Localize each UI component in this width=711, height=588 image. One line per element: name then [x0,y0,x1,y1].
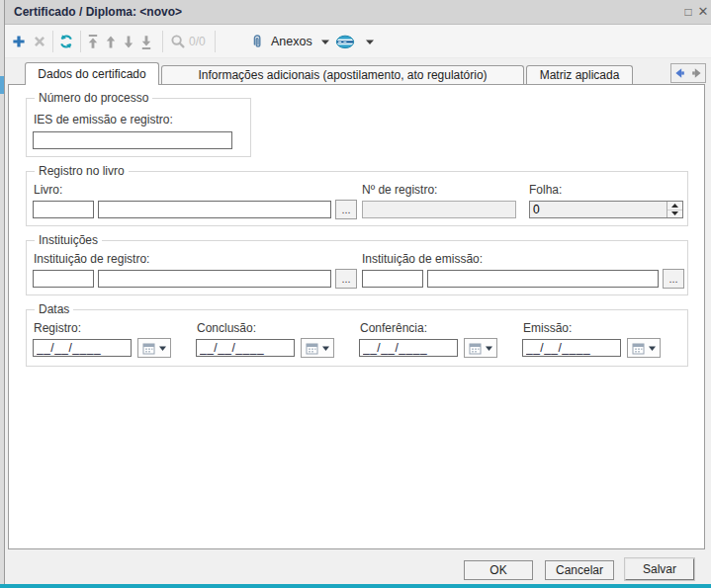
delete-button[interactable] [33,34,46,49]
data-emissao-input[interactable] [522,339,621,357]
search-button[interactable] [170,34,186,49]
record-counter: 0/0 [189,34,206,49]
salvar-button[interactable]: Salvar [625,558,694,580]
livro-label: Livro: [34,183,62,197]
data-registro-input[interactable] [33,339,132,357]
tab-scroll-buttons [670,63,706,83]
toolbar-separator [215,31,216,52]
data-emissao-calendar-button[interactable] [627,338,661,358]
tab-scroll-left-button[interactable] [674,67,685,79]
arrow-up-bar-icon [87,35,99,49]
toolbar-separator [80,31,81,52]
group-legend: Datas [35,302,73,316]
tab-matriz-aplicada[interactable]: Matriz aplicada [526,65,633,84]
calendar-icon [142,342,155,355]
background-window-edge [0,0,5,588]
data-emissao-label: Emissão: [523,321,572,335]
instituicao-emissao-browse-button[interactable]: ... [663,269,684,289]
anexos-button[interactable]: Anexos [251,34,329,49]
anexos-label: Anexos [271,35,312,48]
group-registro-no-livro: Registro no livro Livro: ... Nº de regis… [26,171,688,226]
refresh-icon [58,34,74,49]
move-first-button[interactable] [87,34,99,49]
spin-up-button[interactable] [667,202,682,210]
livro-codigo-input[interactable] [33,201,94,218]
triangle-down-icon [671,211,678,215]
group-datas: Datas Registro: Conclusão: Conferência: … [26,309,688,367]
livro-descricao-input[interactable] [98,201,331,218]
livro-browse-button[interactable]: ... [335,200,357,219]
plus-icon [11,34,27,49]
instituicao-registro-label: Instituição de registro: [34,252,149,266]
data-registro-calendar-button[interactable] [137,338,171,358]
instituicao-emissao-label: Instituição de emissão: [362,252,483,266]
num-registro-input [362,201,516,218]
x-icon [33,35,46,48]
print-button[interactable] [335,34,374,49]
arrow-left-icon [674,67,685,79]
move-down-button[interactable] [123,34,134,49]
toolbar-separator [162,31,163,52]
caret-down-icon [649,346,656,351]
search-icon [170,34,186,49]
group-numero-do-processo: Número do processo IES de emissão e regi… [26,98,251,157]
instituicao-registro-codigo-input[interactable] [33,270,94,288]
move-up-button[interactable] [105,34,117,49]
group-legend: Registro no livro [35,164,129,178]
data-conferencia-input[interactable] [359,339,458,357]
ok-button[interactable]: OK [464,560,533,580]
folha-label: Folha: [529,183,562,197]
triangle-up-icon [671,204,678,208]
background-window-icon [0,76,4,94]
caret-down-icon [321,40,329,44]
print-icon [335,35,355,49]
folha-input[interactable] [530,202,667,217]
cancelar-button[interactable]: Cancelar [545,560,614,580]
background-window-bottom-edge [0,584,711,588]
caret-down-icon [486,346,492,351]
screen: Certificado / Diploma: <novo> □ ✕ [0,0,711,588]
instituicao-emissao-codigo-input[interactable] [362,270,423,288]
titlebar: Certificado / Diploma: <novo> □ ✕ [5,0,711,25]
toolbar: 0/0 Anexos [5,25,711,58]
refresh-button[interactable] [58,34,74,49]
folha-spinner[interactable] [529,201,683,218]
calendar-icon [306,342,318,355]
move-last-button[interactable] [140,34,152,49]
data-conclusao-calendar-button[interactable] [301,338,334,358]
data-registro-label: Registro: [34,321,81,335]
instituicao-emissao-nome-input[interactable] [427,270,659,288]
spinner-buttons [667,202,682,217]
instituicao-registro-browse-button[interactable]: ... [335,269,357,289]
calendar-icon [469,342,482,355]
data-conclusao-input[interactable] [196,339,295,357]
arrow-down-bar-icon [140,35,152,49]
toolbar-separator [52,31,53,52]
group-legend: Instituições [35,233,102,247]
tab-dados-do-certificado[interactable]: Dados do certificado [25,62,159,85]
tab-scroll-right-button[interactable] [691,67,702,79]
tab-page-dados-do-certificado: Número do processo IES de emissão e regi… [8,84,705,549]
group-legend: Número do processo [35,91,152,105]
instituicao-registro-nome-input[interactable] [98,270,331,288]
maximize-button[interactable]: □ [680,4,696,20]
close-button[interactable]: ✕ [695,4,711,20]
arrow-down-icon [123,35,134,49]
add-button[interactable] [11,34,27,49]
arrow-right-icon [691,67,702,79]
paperclip-icon [251,34,263,50]
data-conferencia-calendar-button[interactable] [464,338,497,358]
ies-emissao-registro-input[interactable] [33,131,232,149]
group-instituicoes: Instituições Instituição de registro: ..… [26,240,688,295]
calendar-icon [632,342,645,355]
caret-down-icon [159,346,166,351]
window-title: Certificado / Diploma: <novo> [14,5,182,19]
spin-down-button[interactable] [667,210,682,218]
data-conclusao-label: Conclusão: [197,321,256,335]
num-registro-label: Nº de registro: [362,183,437,197]
data-conferencia-label: Conferência: [360,321,427,335]
tab-informacoes-adicionais[interactable]: Informações adicionais (apostilamento, a… [161,65,524,84]
arrow-up-icon [105,35,117,49]
caret-down-icon [366,40,374,44]
ies-emissao-registro-label: IES de emissão e registro: [34,113,173,126]
